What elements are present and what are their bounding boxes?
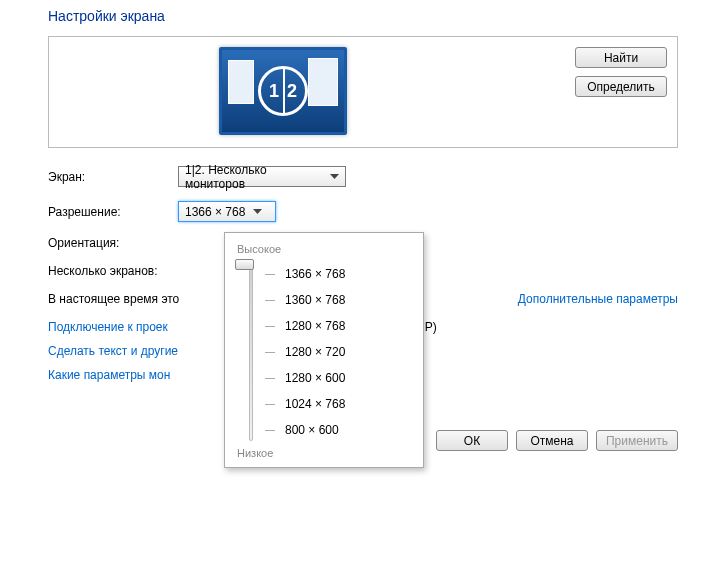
resolution-option[interactable]: 1280 × 768 (265, 313, 411, 339)
find-button[interactable]: Найти (575, 47, 667, 68)
multiple-displays-label: Несколько экранов: (48, 264, 178, 278)
resolution-option[interactable]: 1366 × 768 (265, 261, 411, 287)
resolution-combo-value: 1366 × 768 (185, 205, 245, 219)
text-size-link[interactable]: Сделать текст и другие (48, 344, 178, 358)
slider-high-label: Высокое (237, 243, 411, 255)
screen-label: Экран: (48, 170, 178, 184)
monitor-number-circle: 1 2 (258, 66, 308, 116)
monitor-thumbnail[interactable]: 1 2 (219, 47, 347, 135)
resolution-option[interactable]: 1024 × 768 (265, 391, 411, 417)
apply-button: Применить (596, 430, 678, 451)
monitor-circle-divider (283, 69, 285, 113)
resolution-combo[interactable]: 1366 × 768 (178, 201, 276, 222)
current-display-note: В настоящее время это (48, 292, 179, 306)
resolution-option[interactable]: 1360 × 768 (265, 287, 411, 313)
ok-button[interactable]: ОК (436, 430, 508, 451)
cancel-button[interactable]: Отмена (516, 430, 588, 451)
connect-projector-link[interactable]: Подключение к проек (48, 320, 168, 334)
slider-low-label: Низкое (237, 447, 411, 459)
resolution-option[interactable]: 1280 × 720 (265, 339, 411, 365)
screen-combo-value: 1|2. Несколько мониторов (185, 163, 323, 191)
page-title: Настройки экрана (48, 8, 678, 24)
slider-track (249, 263, 253, 441)
resolution-option[interactable]: 1280 × 600 (265, 365, 411, 391)
slider-thumb[interactable] (235, 259, 254, 270)
resolution-tick-list: 1366 × 768 1360 × 768 1280 × 768 1280 × … (265, 261, 411, 443)
monitor-inner-window-right (308, 58, 338, 106)
resolution-slider-popup: Высокое 1366 × 768 1360 × 768 1280 × 768… (224, 232, 424, 468)
which-monitor-params-link[interactable]: Какие параметры мон (48, 368, 170, 382)
monitor-inner-window-left (228, 60, 254, 104)
resolution-label: Разрешение: (48, 205, 178, 219)
monitor-preview-box: 1 2 Найти Определить (48, 36, 678, 148)
orientation-label: Ориентация: (48, 236, 178, 250)
chevron-down-icon (249, 203, 266, 220)
identify-button[interactable]: Определить (575, 76, 667, 97)
screen-combo[interactable]: 1|2. Несколько мониторов (178, 166, 346, 187)
chevron-down-icon (327, 168, 343, 185)
resolution-option[interactable]: 800 × 600 (265, 417, 411, 443)
advanced-settings-link[interactable]: Дополнительные параметры (518, 292, 678, 306)
resolution-slider[interactable] (237, 261, 265, 443)
